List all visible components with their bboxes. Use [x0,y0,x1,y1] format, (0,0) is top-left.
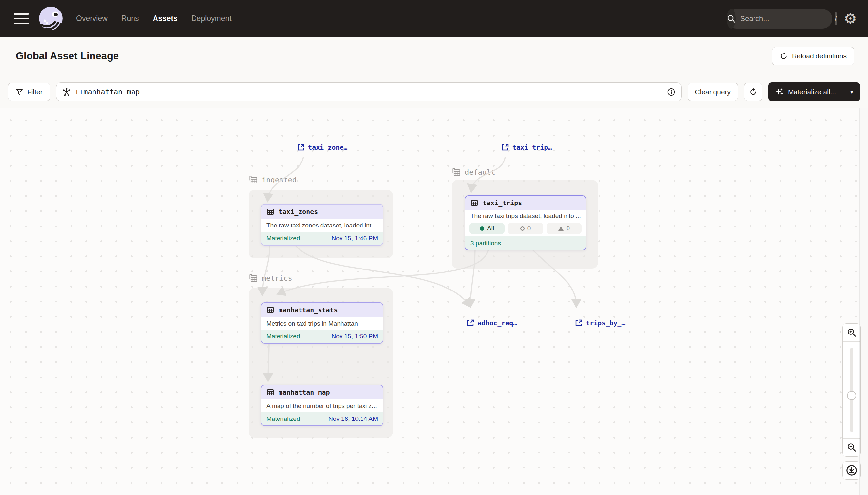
clear-query-button[interactable]: Clear query [688,83,739,101]
asset-group-icon [249,273,258,283]
zoom-slider-track[interactable] [850,347,853,432]
external-asset-trips-by[interactable]: trips_by_… [575,319,625,327]
external-link-icon [501,143,509,151]
asset-name: taxi_zones [279,208,318,216]
group-label-ingested[interactable]: ingested [249,175,297,184]
partition-badge-missing[interactable]: 0 [508,223,543,234]
nav-item-assets[interactable]: Assets [153,14,177,23]
external-asset-taxi-zone-file[interactable]: taxi_zone… [297,143,348,151]
group-name: default [465,168,495,176]
page-title: Global Asset Lineage [16,50,119,62]
materialize-all-label: Materialize all... [788,88,836,96]
nav-item-deployment[interactable]: Deployment [191,14,232,23]
lineage-edges [0,108,868,495]
asset-group-icon [452,167,461,176]
query-info-icon[interactable] [667,88,675,96]
nav-item-runs[interactable]: Runs [121,14,139,23]
partition-health-row: All 0 0 [465,222,586,236]
success-dot-icon [480,226,484,231]
table-icon [266,208,274,216]
refresh-graph-button[interactable] [744,83,762,101]
external-asset-label: adhoc_req… [478,319,517,327]
search-input[interactable] [736,14,835,23]
nav-links: Overview Runs Assets Deployment [76,14,232,23]
asset-name: manhattan_map [279,388,330,396]
nav-item-overview[interactable]: Overview [76,14,108,23]
status-badge: Materialized [266,333,300,340]
hamburger-menu-icon[interactable] [14,13,29,24]
group-label-default[interactable]: default [452,167,495,176]
asset-description: The raw taxi trips dataset, loaded into … [465,210,586,222]
asset-node-taxi-trips[interactable]: taxi_trips The raw taxi trips dataset, l… [465,195,586,251]
table-icon [266,388,274,396]
asset-node-manhattan-map[interactable]: manhattan_map A map of the number of tri… [261,385,384,426]
ring-icon [520,226,525,231]
group-name: ingested [262,176,297,184]
refresh-icon [749,88,758,96]
partition-badge-all[interactable]: All [470,223,504,234]
zoom-in-button[interactable] [843,324,861,341]
asset-name: manhattan_stats [279,306,338,314]
table-icon [266,306,274,314]
asset-group-icon [249,175,258,184]
group-name: metrics [262,274,292,282]
settings-gear-icon[interactable]: ⚙ [844,12,857,26]
search-icon [727,9,736,29]
asset-description: The raw taxi zones dataset, loaded int..… [262,219,383,232]
reload-definitions-label: Reload definitions [792,52,847,60]
filter-button[interactable]: Filter [8,83,50,101]
materialization-timestamp[interactable]: Nov 15, 1:50 PM [331,333,378,340]
materialize-all-button[interactable]: Materialize all... ▾ [768,82,860,101]
filter-funnel-icon [15,88,23,96]
global-search[interactable]: / [727,9,832,29]
asset-description: Metrics on taxi trips in Manhattan [262,317,383,330]
external-asset-label: trips_by_… [586,319,625,327]
search-shortcut-key: / [835,12,837,25]
external-link-icon [575,319,583,327]
asset-query-input[interactable] [75,88,663,96]
canvas-scrollbar-gutter[interactable] [860,108,868,495]
download-circle-icon [846,465,857,476]
asset-graph-icon [62,88,71,96]
group-label-metrics[interactable]: metrics [249,273,292,283]
partition-badge-failed[interactable]: 0 [547,223,582,234]
partition-badge-label: 0 [567,225,570,232]
filter-label: Filter [27,88,43,96]
external-asset-label: taxi_zone… [308,143,348,151]
external-asset-taxi-trip-file[interactable]: taxi_trip… [501,143,552,151]
partitions-count[interactable]: 3 partitions [471,240,501,247]
reload-definitions-button[interactable]: Reload definitions [772,47,854,65]
asset-node-manhattan-stats[interactable]: manhattan_stats Metrics on taxi trips in… [261,302,384,344]
zoom-out-icon [847,443,856,452]
partition-badge-label: 0 [528,225,531,232]
table-icon [471,199,478,207]
partition-badge-label: All [487,225,494,232]
asset-query-field[interactable] [56,82,682,101]
asset-name: taxi_trips [482,199,522,207]
zoom-in-icon [847,328,856,338]
materialization-timestamp[interactable]: Nov 16, 10:14 AM [329,415,378,423]
clear-query-label: Clear query [695,88,731,96]
lineage-toolbar: Filter Clear query Materialize all... ▾ [0,75,868,108]
warning-triangle-icon [558,226,564,231]
reload-icon [779,52,788,61]
materialize-dropdown-caret[interactable]: ▾ [843,82,860,101]
top-nav: Overview Runs Assets Deployment / ⚙ [0,0,868,37]
external-link-icon [297,143,305,151]
dagster-logo-icon[interactable] [37,5,64,32]
lineage-canvas[interactable]: ingested default metrics [0,108,868,495]
external-link-icon [466,319,474,327]
zoom-slider-handle[interactable] [847,391,856,400]
materialization-timestamp[interactable]: Nov 15, 1:46 PM [331,235,378,242]
external-asset-label: taxi_trip… [512,143,552,151]
zoom-out-button[interactable] [843,439,861,456]
external-asset-adhoc-request[interactable]: adhoc_req… [466,319,517,327]
asset-node-taxi-zones[interactable]: taxi_zones The raw taxi zones dataset, l… [261,204,384,245]
zoom-slider[interactable] [843,341,861,439]
status-badge: Materialized [266,235,300,242]
page-header: Global Asset Lineage Reload definitions [0,37,868,75]
recenter-download-button[interactable] [843,461,861,480]
zoom-controls [843,323,861,457]
asset-description: A map of the number of trips per taxi z.… [262,399,383,412]
status-badge: Materialized [266,415,300,423]
